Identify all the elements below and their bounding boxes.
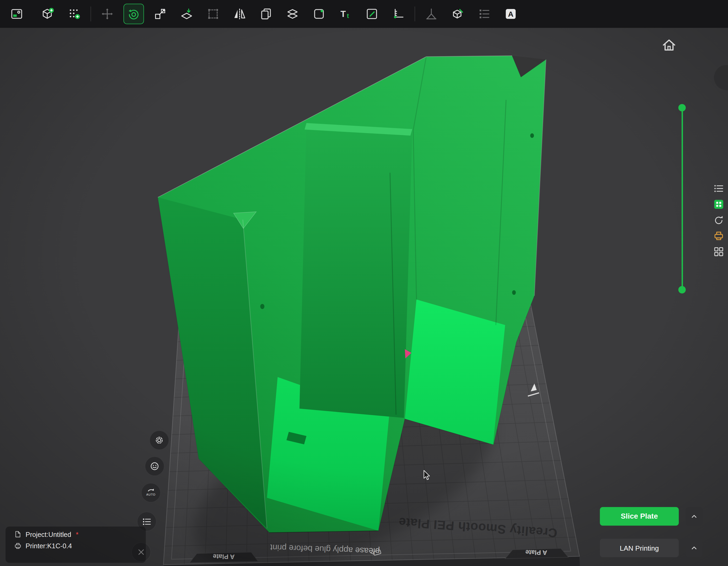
workbench-rail-button[interactable] — [712, 245, 726, 259]
svg-text:T: T — [341, 9, 346, 19]
measure-icon — [391, 7, 405, 21]
toolbar-mirror-button[interactable] — [229, 4, 250, 24]
toolbar-seam-button[interactable] — [309, 4, 329, 24]
gear-icon — [154, 435, 165, 446]
split-icon — [285, 7, 300, 21]
printer-status-icon — [713, 230, 725, 242]
toolbar-annotate-button[interactable]: A — [501, 4, 521, 24]
auto-orient-button[interactable]: AUTO — [141, 483, 161, 502]
auto-orient-icon: AUTO — [145, 487, 157, 498]
lan-printing-button[interactable]: LAN Printing — [600, 539, 679, 557]
screw-hole-top-right — [530, 133, 534, 138]
support-edit-icon — [451, 7, 465, 21]
toolbar-support-edit-button[interactable] — [448, 4, 468, 24]
screw-hole-left — [260, 304, 265, 309]
main-toolbar: T t — [0, 0, 728, 28]
active-plate-icon — [713, 198, 725, 211]
project-label: Project:Untitled — [25, 531, 71, 538]
toolbar-add-model-button[interactable] — [38, 4, 58, 24]
printer-row: Printer:K1C-0.4 — [6, 538, 146, 550]
toolbar-rotate-button[interactable] — [123, 4, 144, 24]
svg-text:t: t — [347, 12, 349, 19]
toolbar-clone-button[interactable] — [256, 4, 276, 24]
toolbar-transform-frame-button[interactable] — [203, 4, 223, 24]
screw-hole-bottom-right — [512, 290, 516, 295]
lan-options-button[interactable] — [686, 539, 702, 557]
printer-label: Printer:K1C-0.4 — [25, 542, 72, 550]
lay-flat-icon — [180, 7, 194, 21]
toolbar-print-order-button[interactable] — [474, 4, 494, 24]
object-list-rail-button[interactable] — [712, 182, 726, 196]
annotate-icon: A — [504, 7, 518, 21]
toolbar-support-button[interactable] — [421, 4, 441, 24]
seam-icon — [312, 7, 326, 21]
chevron-up-icon — [690, 512, 699, 521]
viewport-3d[interactable]: Creality Smooth PEI Plate please apply g… — [0, 0, 728, 566]
transform-frame-icon — [206, 7, 220, 21]
workbench-icon — [713, 246, 725, 258]
printer-icon — [14, 542, 22, 550]
toolbar-split-button[interactable] — [282, 4, 303, 24]
home-icon — [661, 37, 677, 53]
toolbar-text-button[interactable]: T t — [335, 4, 356, 24]
smiley-icon — [149, 461, 160, 472]
toolbar-measure-button[interactable] — [388, 4, 409, 24]
toolbar-paint-button[interactable] — [362, 4, 382, 24]
rotate-icon — [127, 7, 141, 21]
object-list-icon — [713, 183, 725, 195]
scale-icon — [153, 7, 167, 21]
file-icon — [14, 530, 22, 538]
chevron-up-icon — [690, 543, 699, 552]
reslice-rail-button[interactable] — [712, 213, 726, 227]
toolbar-move-button[interactable] — [97, 4, 117, 24]
toolbar-open-project-button[interactable] — [7, 4, 27, 24]
toolbar-add-plate-button[interactable] — [64, 4, 84, 24]
project-row: Project:Untitled * — [6, 527, 146, 538]
svg-text:AUTO: AUTO — [146, 493, 155, 496]
app-window: Creality Smooth PEI Plate please apply g… — [0, 0, 728, 566]
clip-slider-top-handle[interactable] — [678, 104, 686, 112]
plate-tab-right[interactable]: A Plate — [505, 548, 568, 559]
plate-tab-right-label: A Plate — [525, 549, 547, 556]
add-model-icon — [41, 7, 55, 21]
status-panel: Project:Untitled * Printer:K1C-0.4 — [6, 527, 146, 563]
clone-icon — [259, 7, 273, 21]
svg-text:A: A — [508, 10, 513, 18]
right-rail — [712, 182, 727, 259]
plate-settings-button[interactable] — [150, 430, 169, 450]
toolbar-lay-flat-button[interactable] — [176, 4, 197, 24]
print-order-icon — [477, 7, 491, 21]
toolbar-separator — [415, 7, 415, 21]
toolbar-separator — [91, 7, 91, 21]
active-plate-rail-button[interactable] — [712, 197, 726, 211]
support-icon — [424, 7, 438, 21]
modified-indicator: * — [76, 530, 78, 538]
paint-icon — [365, 7, 379, 21]
slice-plate-button[interactable]: Slice Plate — [600, 507, 679, 525]
toolbar-scale-button[interactable] — [150, 4, 170, 24]
queue-list-icon — [141, 516, 152, 527]
slice-options-button[interactable] — [686, 507, 702, 525]
clip-slider-bottom-handle[interactable] — [678, 286, 686, 293]
reslice-icon — [713, 214, 725, 226]
model-right-floor — [405, 299, 505, 444]
appearance-button[interactable] — [145, 456, 164, 476]
add-plate-icon — [67, 7, 81, 21]
clip-slider[interactable] — [677, 103, 687, 295]
text-tool-icon: T t — [338, 7, 352, 21]
open-project-icon — [10, 7, 24, 21]
move-icon — [100, 7, 114, 21]
mirror-icon — [233, 7, 247, 21]
printer-status-rail-button[interactable] — [712, 229, 726, 243]
clip-slider-track[interactable] — [681, 108, 683, 290]
home-view-button[interactable] — [661, 37, 677, 53]
